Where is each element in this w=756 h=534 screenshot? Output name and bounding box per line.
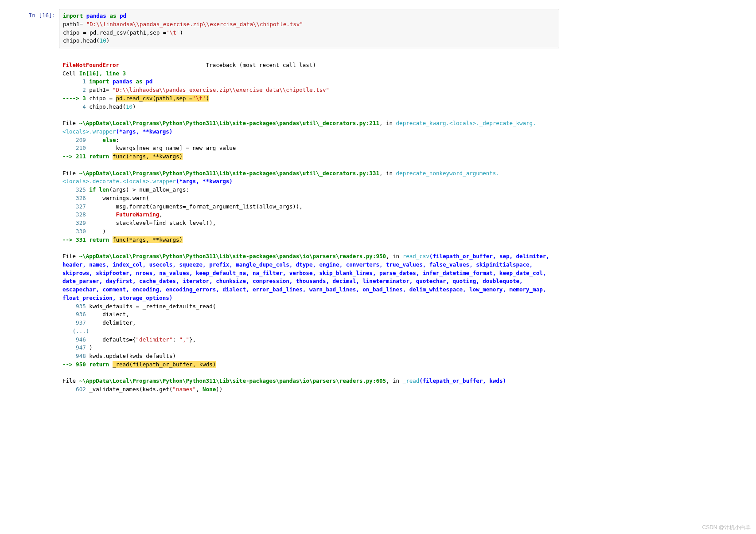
kw: import <box>89 78 109 85</box>
lineno: 325 <box>62 186 86 193</box>
lineno: 328 <box>62 211 86 218</box>
code-text: chipo = pd.read_csv(path1,sep = <box>63 29 166 36</box>
lineno: 935 <box>62 303 86 310</box>
lineno: 602 <box>62 386 86 393</box>
code: )) <box>216 386 222 393</box>
code: chipo <box>89 95 109 102</box>
file-path: ~\AppData\Local\Programs\Python\Python31… <box>79 377 386 384</box>
str-sep: '\t' <box>166 29 179 36</box>
op: = <box>186 145 189 151</box>
code: _refine_defaults_read( <box>139 303 216 310</box>
lineno: 950 <box>76 361 86 368</box>
file-path: ~\AppData\Local\Programs\Python\Python31… <box>79 170 379 177</box>
lineno: 2 <box>62 86 89 93</box>
code-text: chipo.head( <box>63 37 100 44</box>
str-path: "D:\\linhaodsa\\pandas_exercise.zip\\exe… <box>86 21 303 27</box>
file-label: File <box>62 377 79 384</box>
code: : <box>116 137 119 143</box>
code-text: ) <box>179 29 183 36</box>
code: _format_argument_list(allow_args)), <box>186 203 302 210</box>
code: path1= <box>89 86 113 93</box>
input-prompt: In [16]: <box>0 9 59 48</box>
sp <box>86 137 103 143</box>
code: stacklevel <box>86 220 149 226</box>
hl-call: func(*args, **kwargs) <box>113 153 183 160</box>
op: > <box>132 186 136 193</box>
sig: (filepath_or_buffer, sep, delimiter, hea… <box>62 253 553 301</box>
lineno: 329 <box>62 220 86 226</box>
builtin: len <box>99 186 109 193</box>
file-label: File <box>62 120 79 126</box>
code: delimiter, <box>86 319 136 326</box>
alias: pd <box>143 78 153 85</box>
lineno: 937 <box>62 319 86 326</box>
code: new_arg_value <box>189 145 236 151</box>
code: ) <box>132 103 136 110</box>
file-path: ~\AppData\Local\Programs\Python\Python31… <box>79 253 386 259</box>
hl-call: pd.read_csv(path1,sep ='\t') <box>116 95 209 102</box>
text: , in <box>386 377 403 384</box>
str: "names" <box>172 386 196 393</box>
lineno: 210 <box>62 145 86 151</box>
sp <box>109 236 113 243</box>
op: = <box>136 303 140 310</box>
kw-return: return <box>89 361 109 368</box>
code: kwds_defaults <box>86 303 136 310</box>
lineno: 211 <box>76 153 86 160</box>
cell-ref: In[16], line 3 <box>79 70 126 77</box>
text: , in <box>379 170 396 177</box>
kw-as: as <box>109 12 116 19</box>
mod: pandas <box>109 78 136 85</box>
kw-return: return <box>89 236 109 243</box>
sp <box>109 153 113 160</box>
input-cell: In [16]: import pandas as pd path1= "D:\… <box>0 9 567 48</box>
input-code[interactable]: import pandas as pd path1= "D:\\linhaods… <box>59 9 559 48</box>
code: _validate_names(kwds.get( <box>86 386 173 393</box>
hl-call: func(*args, **kwargs) <box>113 236 183 243</box>
cell-label: Cell <box>62 70 79 77</box>
lineno: 1 <box>62 78 89 85</box>
code: }, <box>189 336 196 343</box>
code: ) <box>86 228 106 235</box>
arrow: ----> 3 <box>62 95 89 102</box>
lineno: 209 <box>62 137 86 143</box>
notebook: In [16]: import pandas as pd path1= "D:\… <box>0 0 567 394</box>
code: warnings.warn( <box>86 195 149 201</box>
kw-return: return <box>89 153 109 160</box>
sp <box>86 211 116 218</box>
func-link: read_csv <box>403 253 429 259</box>
code: dialect, <box>86 311 129 318</box>
lineno: 936 <box>62 311 86 318</box>
code: { <box>132 336 136 343</box>
sp <box>96 186 99 193</box>
lineno: 331 <box>76 236 86 243</box>
mod-pandas: pandas <box>86 12 106 19</box>
op: = <box>129 336 133 343</box>
arrow: --> <box>62 236 76 243</box>
func-link: _read <box>403 377 420 384</box>
kw: else <box>102 137 116 143</box>
dash-line: ----------------------------------------… <box>62 53 312 60</box>
str: "delimiter" <box>136 336 173 343</box>
ellipsis: (...) <box>62 328 89 334</box>
text: , in <box>386 253 403 259</box>
str: "D:\\linhaodsa\\pandas_exercise.zip\\exe… <box>113 86 329 93</box>
code: kwargs[new_arg_name] <box>86 145 186 151</box>
lineno: 4 <box>62 103 89 110</box>
num: 10 <box>126 103 132 110</box>
op: = <box>109 95 113 102</box>
num-10: 10 <box>100 37 106 44</box>
kw: as <box>136 78 143 85</box>
output-traceback: ----------------------------------------… <box>59 48 559 394</box>
code: , <box>159 211 163 218</box>
file-label: File <box>62 253 79 259</box>
lineno: 326 <box>62 195 86 201</box>
sig: (filepath_or_buffer, kwds) <box>419 377 506 384</box>
code: chipo.head( <box>89 103 126 110</box>
sig: (*args, **kwargs) <box>116 128 172 135</box>
alias-pd: pd <box>120 12 126 19</box>
sig: (*args, **kwargs) <box>176 178 233 185</box>
arrow: --> <box>62 153 76 160</box>
code: (args) <box>109 186 132 193</box>
error-name: FileNotFoundError <box>62 62 119 68</box>
